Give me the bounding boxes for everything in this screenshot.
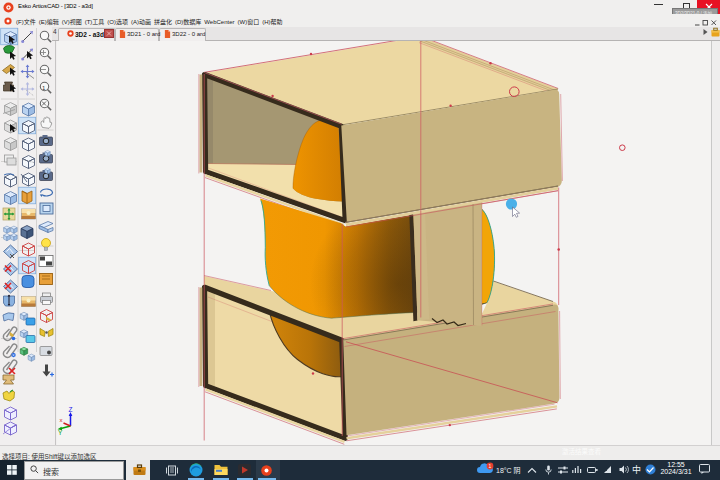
svg-text:1: 1 [489,463,492,469]
svg-text:x: x [60,417,63,423]
svg-text:Y: Y [58,429,63,436]
svg-text:Z: Z [69,406,73,413]
